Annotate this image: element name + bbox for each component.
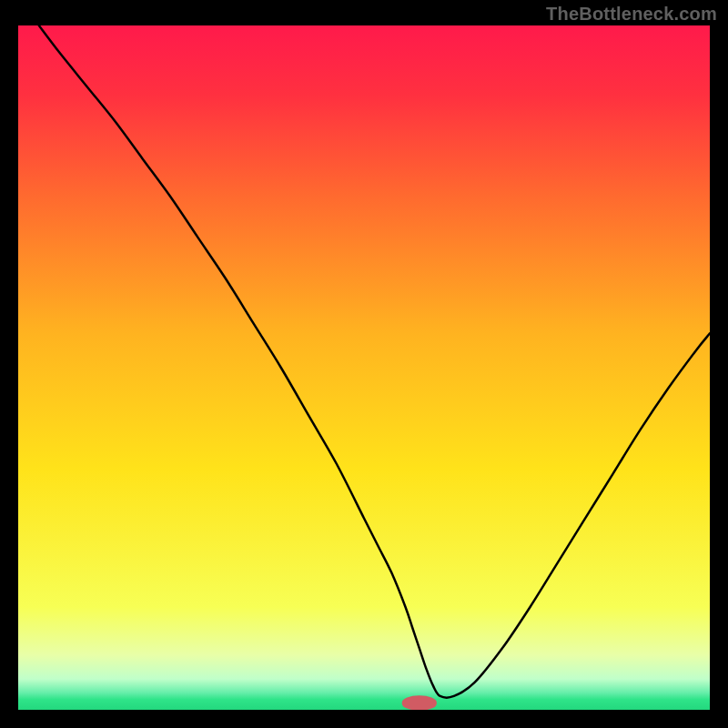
gradient-background	[18, 25, 710, 710]
bottleneck-chart	[18, 25, 710, 710]
bottleneck-marker	[402, 695, 437, 710]
chart-frame: TheBottleneck.com	[0, 0, 728, 728]
watermark-text: TheBottleneck.com	[546, 4, 717, 25]
